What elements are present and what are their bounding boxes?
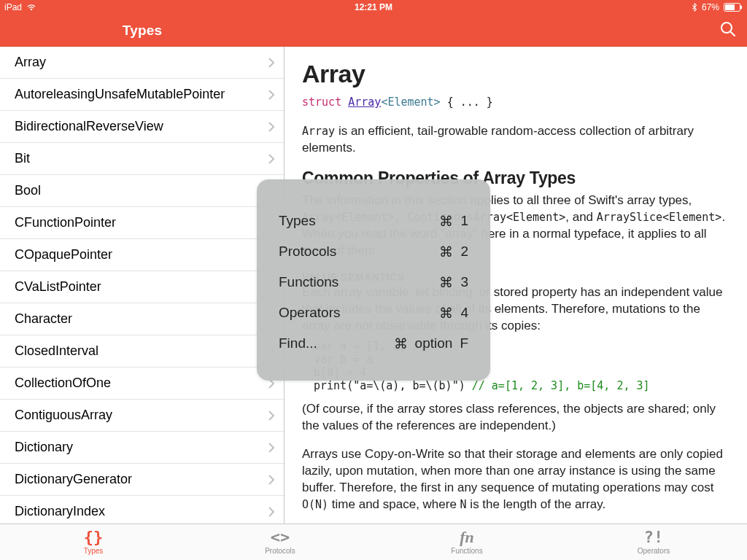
- hud-row-protocols: Protocols⌘2: [279, 236, 468, 267]
- hud-label: Find...: [279, 335, 394, 351]
- chevron-right-icon: [268, 475, 275, 485]
- types-icon: {}: [84, 529, 104, 545]
- tab-operators[interactable]: ?!Operators: [560, 524, 747, 560]
- sidebar-item-label: ClosedInterval: [15, 343, 98, 359]
- tab-label: Operators: [638, 547, 670, 555]
- sidebar-item-dictionary[interactable]: Dictionary: [0, 432, 284, 464]
- sidebar-item-cfunctionpointer[interactable]: CFunctionPointer: [0, 207, 284, 239]
- clock: 12:21 PM: [355, 2, 392, 12]
- sidebar-item-label: CollectionOfOne: [15, 376, 111, 391]
- battery-icon: [724, 3, 743, 12]
- nav-bar: Types: [0, 15, 747, 47]
- tab-label: Protocols: [265, 547, 295, 555]
- sidebar-item-label: Bit: [15, 151, 30, 166]
- sidebar-item-contiguousarray[interactable]: ContiguousArray: [0, 400, 284, 432]
- sidebar-item-label: Array: [15, 55, 46, 70]
- operators-icon: ?!: [644, 529, 664, 545]
- tab-functions[interactable]: fnFunctions: [374, 524, 560, 560]
- sidebar-item-label: CVaListPointer: [15, 279, 101, 295]
- para-cow: Arrays use Copy-on-Write so that their s…: [302, 446, 729, 513]
- sidebar-item-bit[interactable]: Bit: [0, 143, 284, 175]
- sidebar-item-label: DictionaryGenerator: [15, 472, 132, 487]
- hud-keys: ⌘optionF: [394, 335, 468, 352]
- sidebar-item-character[interactable]: Character: [0, 303, 284, 335]
- chevron-right-icon: [268, 411, 275, 421]
- hud-row-find: Find...⌘optionF: [279, 328, 468, 359]
- sidebar: ArrayAutoreleasingUnsafeMutablePointerBi…: [0, 47, 285, 524]
- sidebar-item-label: COpaquePointer: [15, 247, 112, 262]
- hud-row-types: Types⌘1: [279, 206, 468, 236]
- chevron-right-icon: [268, 507, 275, 517]
- sidebar-item-label: AutoreleasingUnsafeMutablePointer: [15, 87, 225, 102]
- sidebar-item-label: DictionaryIndex: [15, 504, 105, 519]
- chevron-right-icon: [268, 90, 275, 100]
- sidebar-item-dictionarygenerator[interactable]: DictionaryGenerator: [0, 464, 284, 496]
- sidebar-item-cvalistpointer[interactable]: CVaListPointer: [0, 271, 284, 303]
- hud-row-functions: Functions⌘3: [279, 267, 468, 298]
- bluetooth-icon: [692, 3, 697, 12]
- sidebar-item-label: Bool: [15, 183, 41, 198]
- tab-label: Functions: [451, 547, 482, 555]
- sidebar-item-label: Dictionary: [15, 440, 73, 455]
- svg-rect-2: [740, 6, 742, 9]
- sidebar-item-bidirectionalreverseview[interactable]: BidirectionalReverseView: [0, 111, 284, 143]
- sidebar-item-label: Character: [15, 311, 72, 327]
- device-label: iPad: [4, 2, 22, 12]
- sidebar-item-copaquepointer[interactable]: COpaquePointer: [0, 239, 284, 271]
- chevron-right-icon: [268, 154, 275, 164]
- hud-keys: ⌘1: [439, 213, 468, 230]
- hud-label: Types: [279, 213, 439, 229]
- wifi-icon: [26, 4, 36, 11]
- type-link-array[interactable]: Array: [348, 96, 381, 109]
- declaration: struct Array<Element> { ... }: [302, 96, 729, 109]
- protocols-icon: <>: [271, 529, 290, 545]
- sidebar-item-label: CFunctionPointer: [15, 215, 116, 230]
- sidebar-item-closedinterval[interactable]: ClosedInterval: [0, 335, 284, 368]
- page-title: Array: [302, 60, 729, 88]
- tab-label: Types: [84, 547, 104, 555]
- search-button[interactable]: [719, 20, 737, 41]
- intro-para: Array is an efficient, tail-growable ran…: [302, 123, 729, 157]
- svg-line-4: [730, 31, 735, 36]
- hud-label: Protocols: [279, 244, 439, 260]
- hud-row-operators: Operators⌘4: [279, 298, 468, 328]
- sidebar-item-autoreleasingunsafemutablepointer[interactable]: AutoreleasingUnsafeMutablePointer: [0, 79, 284, 111]
- hud-keys: ⌘2: [439, 244, 468, 260]
- nav-title: Types: [123, 23, 163, 39]
- tab-bar: {}Types<>ProtocolsfnFunctions?!Operators: [0, 524, 747, 560]
- para-class-refs: (Of course, if the array stores class re…: [302, 401, 729, 435]
- tab-protocols[interactable]: <>Protocols: [187, 524, 374, 560]
- hud-keys: ⌘4: [439, 305, 468, 322]
- sidebar-item-label: ContiguousArray: [15, 408, 112, 423]
- sidebar-item-bool[interactable]: Bool: [0, 175, 284, 207]
- functions-icon: fn: [460, 529, 474, 545]
- chevron-right-icon: [268, 443, 275, 453]
- hud-keys: ⌘3: [439, 274, 468, 291]
- sidebar-item-label: BidirectionalReverseView: [15, 119, 163, 134]
- hud-label: Operators: [279, 305, 439, 321]
- chevron-right-icon: [268, 122, 275, 132]
- sidebar-item-array[interactable]: Array: [0, 47, 284, 79]
- tab-types[interactable]: {}Types: [0, 524, 187, 560]
- status-bar: iPad 12:21 PM 67%: [0, 0, 747, 15]
- keyboard-shortcut-hud: Types⌘1Protocols⌘2Functions⌘3Operators⌘4…: [257, 179, 490, 381]
- sidebar-item-dictionaryindex[interactable]: DictionaryIndex: [0, 496, 284, 524]
- hud-label: Functions: [279, 274, 439, 290]
- svg-rect-1: [725, 4, 735, 10]
- sidebar-item-collectionofone[interactable]: CollectionOfOne: [0, 368, 284, 400]
- battery-pct: 67%: [702, 2, 719, 12]
- chevron-right-icon: [268, 58, 275, 68]
